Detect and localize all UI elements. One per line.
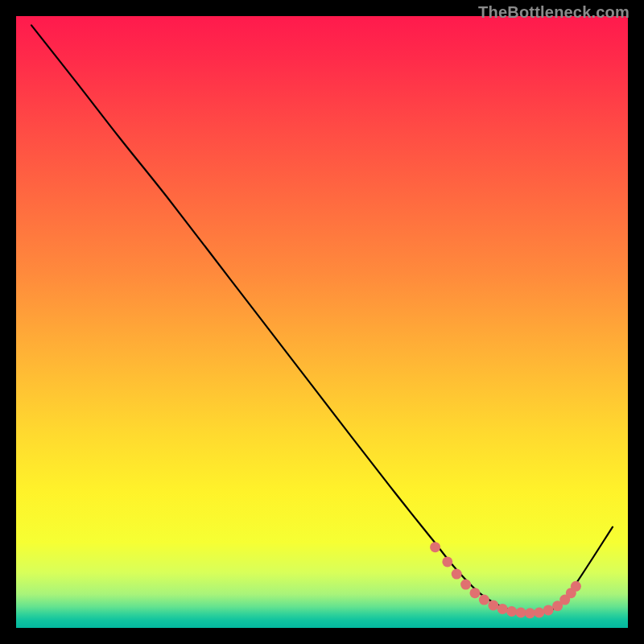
plot-background [16,16,628,628]
highlight-dot [497,604,508,614]
watermark-text: TheBottleneck.com [478,3,630,22]
highlight-dot [488,600,498,610]
highlight-dot [479,595,489,605]
chart-stage: TheBottleneck.com [0,0,644,644]
highlight-dot [525,608,535,618]
highlight-dot [460,580,471,590]
highlight-dot [506,606,517,617]
highlight-dot [442,556,452,567]
highlight-dot [470,588,481,598]
highlight-dot [516,608,526,618]
highlight-dot [543,605,554,615]
highlight-dot [571,581,581,592]
highlight-dot [452,569,462,580]
highlight-dot [534,608,544,618]
highlight-dot [430,542,440,552]
chart-svg [0,0,644,644]
